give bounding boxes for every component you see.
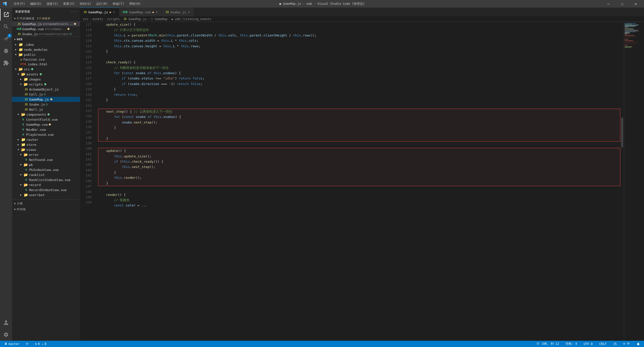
tree-folder-userbot[interactable]: ▶ 📁 user\bot [12, 192, 80, 197]
menu-run[interactable]: 运行(R) [94, 1, 110, 7]
tab-gamemap-js-dirty: ● [110, 11, 111, 14]
tree-folder-router[interactable]: ▶ 📁 router [12, 137, 80, 142]
tab-gamemap-js-close[interactable]: ✕ [113, 10, 115, 14]
maximize-button[interactable]: ☐ [616, 0, 628, 8]
tree-file-pkindexview[interactable]: V PkIndexView.vue [12, 167, 80, 172]
minimap[interactable] [624, 22, 644, 341]
tree-file-gamemap-js[interactable]: JS GameMap.js [12, 97, 80, 102]
status-eol[interactable]: CRLF [598, 341, 608, 347]
sidebar-content[interactable]: ▼ 打开的编辑器 1个未保存 JS GameMap.js src\assets\… [12, 16, 80, 341]
bc-src[interactable]: src [83, 17, 89, 21]
status-cursor[interactable]: 行 106, 列 12 [535, 341, 560, 347]
menu-help[interactable]: 帮助(H) [127, 1, 143, 7]
status-sync[interactable]: ⟳ [24, 341, 30, 347]
ln-134: 134 [80, 113, 92, 119]
tree-file-index-html[interactable]: HTML index.html [12, 62, 80, 67]
tree-file-wall[interactable]: JS Wall.js [12, 107, 80, 112]
ln-121: 121 [80, 44, 92, 49]
status-spaces[interactable]: 空格: 4 [564, 341, 579, 347]
vertical-scrollbar[interactable] [620, 22, 624, 341]
tree-file-contentfield[interactable]: V ContentField.vue [12, 117, 80, 122]
tab-gamemap-vue-close[interactable]: ✕ [155, 10, 158, 14]
tree-file-favicon[interactable]: ★ favicon.ico [12, 57, 80, 62]
tree-folder-views[interactable]: ▼ 📂 views [12, 147, 80, 152]
activity-scm-icon[interactable]: 4 [0, 33, 12, 45]
code-content[interactable]: update_size() { // 计算小正方形的边长 this.L = pa… [94, 22, 620, 341]
titlebar-menu[interactable]: 文件(F) 编辑(E) 选择(S) 查看(V) 转到(G) 运行(R) 终端(T… [12, 1, 143, 7]
code-line-146: } [98, 181, 620, 186]
opened-file-gamemap-vue[interactable]: VUE GameMap.vue src\compon... [12, 26, 80, 31]
tree-file-notfound[interactable]: V NotFound.vue [12, 157, 80, 162]
status-branch[interactable]: master [3, 341, 21, 347]
menu-select[interactable]: 选择(S) [45, 1, 60, 7]
code-line-120: this.ctx.canvas.width = this.L * this.co… [98, 38, 620, 43]
scripts-chevron-icon: ▼ [20, 83, 23, 85]
tree-folder-images[interactable]: ▶ 📁 images [12, 77, 80, 82]
tree-folder-idea[interactable]: ▶ 📁 .idea [12, 42, 80, 47]
menu-edit[interactable]: 编辑(E) [28, 1, 44, 7]
titlebar-controls[interactable]: — ☐ ✕ [603, 0, 641, 8]
tree-file-acgameobject[interactable]: JS AcGameObject.js [12, 87, 80, 92]
tree-folder-components[interactable]: ▼ 📂 components [12, 112, 80, 117]
pkindexview-vue-icon: V [24, 168, 28, 172]
menu-goto[interactable]: 转到(G) [78, 1, 93, 7]
activity-explorer-icon[interactable] [0, 9, 12, 21]
status-errors[interactable]: ⊗ 0 ⚠ 0 [33, 341, 48, 347]
status-language[interactable]: JS [612, 341, 618, 347]
tab-snake-js[interactable]: JS Snake.js ✕ [162, 8, 194, 16]
tree-file-playground[interactable]: V PlayGround.vue [12, 132, 80, 137]
tree-folder-assets[interactable]: ▼ 📂 assets [12, 72, 80, 77]
tree-folder-pk[interactable]: ▼ 📂 pk [12, 162, 80, 167]
tree-file-snake[interactable]: JS Snake.js U [12, 102, 80, 107]
sidebar-more-icon[interactable]: ··· [70, 10, 77, 14]
minimize-button[interactable]: — [603, 0, 614, 8]
minimap-content [624, 22, 644, 49]
record-folder-icon: 📂 [24, 183, 28, 187]
tree-file-gamemap-vue[interactable]: V GameMap.vue [12, 122, 80, 127]
activity-debug-icon[interactable] [0, 45, 12, 57]
tree-folder-error[interactable]: ▼ 📂 error [12, 152, 80, 157]
tab-gamemap-js[interactable]: JS GameMap.js ● ✕ [80, 8, 119, 16]
activity-search-icon[interactable] [0, 21, 12, 33]
activity-bar-bottom [0, 317, 12, 341]
close-button[interactable]: ✕ [630, 0, 641, 8]
sync-icon: ⟳ [26, 342, 28, 346]
activity-settings-icon[interactable] [0, 329, 12, 341]
snake-js-icon: JS [24, 102, 28, 106]
bc-scripts[interactable]: scripts [107, 17, 120, 21]
menu-view[interactable]: 查看(V) [61, 1, 77, 7]
tab-gamemap-vue[interactable]: VUE GameMap.vue ● ✕ [119, 8, 162, 16]
tree-file-recordindexview[interactable]: V RecordIndexView.vue [12, 187, 80, 192]
activity-account-icon[interactable] [0, 317, 12, 329]
bc-assets[interactable]: assets [92, 17, 103, 21]
bc-add-listening[interactable]: ◆ add_listening_events [171, 17, 211, 21]
pk-chevron-icon: ▼ [20, 163, 23, 166]
web-folder-header[interactable]: ▼ WEB [12, 37, 80, 42]
tree-folder-src[interactable]: ▼ 📂 src [12, 67, 80, 72]
tree-folder-scripts[interactable]: ▼ 📂 scripts [12, 82, 80, 87]
tree-file-ranklistindexview[interactable]: V RanklistIndexView.vue [12, 177, 80, 182]
tree-folder-public[interactable]: ▼ 📂 public [12, 52, 80, 57]
tree-file-navbar[interactable]: V NavBar.vue [12, 127, 80, 132]
opened-file-gamemap-js[interactable]: JS GameMap.js src\assets\scri... [12, 21, 80, 26]
tree-folder-record[interactable]: ▼ 📂 record [12, 182, 80, 187]
activity-extensions-icon[interactable] [0, 57, 12, 69]
tree-folder-store[interactable]: ▶ 📁 store [12, 142, 80, 147]
tree-folder-ranklist[interactable]: ▼ 📂 ranklist [12, 172, 80, 177]
vue-file-icon: VUE [17, 27, 21, 31]
scrollbar-thumb[interactable] [621, 117, 623, 148]
bc-gamemap-js[interactable]: GameMap.js [128, 17, 146, 21]
status-feedback[interactable]: ⊕ 中 [622, 341, 631, 347]
opened-editors-header[interactable]: ▼ 打开的编辑器 1个未保存 [12, 16, 80, 21]
menu-terminal[interactable]: 终端(T) [111, 1, 126, 7]
opened-file-snake-js[interactable]: JS Snake.js src\assets\scripts U [12, 31, 80, 36]
timeline-header[interactable]: ▼ 时间线 [12, 206, 80, 212]
tree-file-cell[interactable]: JS Cell.js U [12, 92, 80, 97]
outline-header[interactable]: ▼ 大纲 [12, 201, 80, 206]
menu-file[interactable]: 文件(F) [12, 1, 27, 7]
status-encoding[interactable]: UTF-8 [582, 341, 594, 347]
tree-folder-node-modules[interactable]: ▶ 📁 node_modules [12, 47, 80, 52]
tab-snake-js-close[interactable]: ✕ [188, 10, 190, 14]
status-notifications[interactable] [635, 341, 641, 347]
bc-gamemap-class[interactable]: ⬡ GameMap [150, 17, 168, 21]
